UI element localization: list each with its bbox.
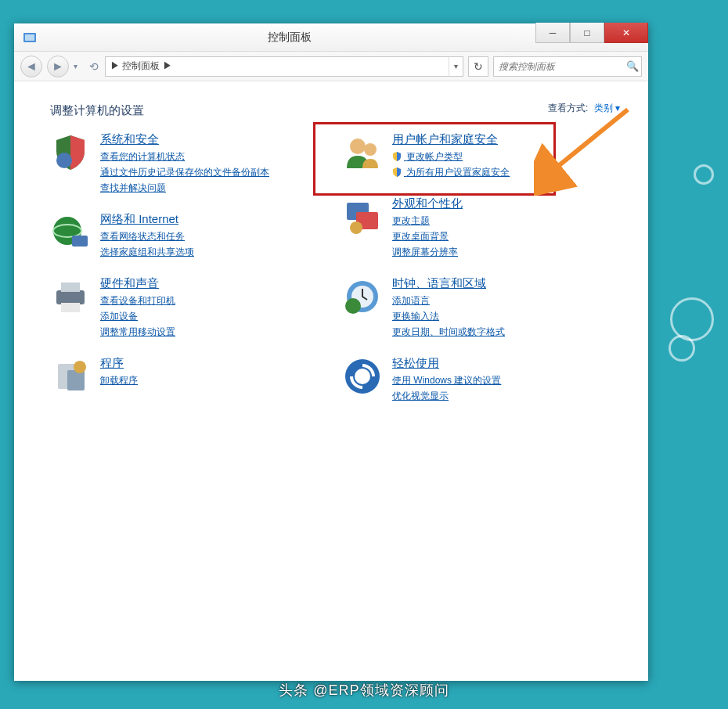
category-system-security: 系统和安全 查看您的计算机状态 通过文件历史记录保存你的文件备份副本 查找并解决… bbox=[50, 132, 334, 195]
category-link[interactable]: 为所有用户设置家庭安全 bbox=[392, 166, 510, 179]
category-link[interactable]: 调整常用移动设置 bbox=[100, 326, 175, 339]
category-link[interactable]: 更改日期、时间或数字格式 bbox=[392, 326, 505, 339]
category-link[interactable]: 更换输入法 bbox=[392, 310, 505, 323]
svg-point-16 bbox=[350, 221, 362, 234]
svg-rect-10 bbox=[67, 370, 85, 390]
search-box[interactable]: 🔍 bbox=[493, 56, 642, 77]
address-bar-row: ◄ ► ▾ ⟲ ▶ 控制面板 ▶ ▾ ↻ 🔍 bbox=[14, 52, 648, 81]
address-dropdown-icon[interactable]: ▾ bbox=[449, 57, 463, 76]
category-user-accounts: 用户帐户和家庭安全 更改帐户类型 为所有用户设置家庭安全 bbox=[342, 132, 626, 179]
close-button[interactable]: ✕ bbox=[604, 23, 648, 43]
svg-rect-7 bbox=[61, 283, 80, 292]
desktop-bubble bbox=[694, 164, 714, 185]
uac-shield-icon bbox=[392, 167, 402, 177]
category-link[interactable]: 使用 Windows 建议的设置 bbox=[392, 374, 501, 387]
category-clock-language-region: 时钟、语言和区域 添加语言 更换输入法 更改日期、时间或数字格式 bbox=[342, 276, 626, 339]
history-dropdown[interactable]: ▾ bbox=[74, 62, 85, 70]
svg-rect-6 bbox=[56, 290, 85, 304]
category-link[interactable]: 调整屏幕分辨率 bbox=[392, 246, 463, 259]
titlebar: 控制面板 ─ □ ✕ bbox=[14, 23, 648, 52]
category-title[interactable]: 程序 bbox=[100, 356, 138, 371]
window-title: 控制面板 bbox=[44, 31, 535, 45]
desktop-bubble bbox=[669, 335, 695, 362]
breadcrumb[interactable]: ▶ 控制面板 ▶ bbox=[106, 59, 177, 73]
ease-of-access-icon bbox=[342, 356, 383, 397]
category-title[interactable]: 外观和个性化 bbox=[392, 196, 463, 211]
watermark-text: 头条 @ERP领域资深顾问 bbox=[0, 681, 728, 700]
search-input[interactable] bbox=[494, 61, 622, 72]
back-button[interactable]: ◄ bbox=[20, 56, 42, 77]
category-link[interactable]: 添加语言 bbox=[392, 294, 505, 308]
category-ease-of-access: 轻松使用 使用 Windows 建议的设置 优化视觉显示 bbox=[342, 356, 626, 403]
category-link[interactable]: 更改桌面背景 bbox=[392, 230, 463, 243]
view-by-row: 查看方式: 类别 ▾ bbox=[548, 102, 620, 115]
shield-security-icon bbox=[50, 132, 91, 173]
category-hardware-sound: 硬件和声音 查看设备和打印机 添加设备 调整常用移动设置 bbox=[50, 276, 334, 339]
svg-rect-8 bbox=[61, 303, 80, 312]
category-link[interactable]: 优化视觉显示 bbox=[392, 390, 501, 403]
category-network-internet: 网络和 Internet 查看网络状态和任务 选择家庭组和共享选项 bbox=[50, 212, 334, 259]
user-accounts-icon bbox=[342, 132, 383, 173]
desktop-bubble bbox=[670, 297, 714, 341]
category-link[interactable]: 查看您的计算机状态 bbox=[100, 150, 269, 164]
right-column: 用户帐户和家庭安全 更改帐户类型 为所有用户设置家庭安全 bbox=[342, 132, 626, 403]
minimize-button[interactable]: ─ bbox=[535, 23, 570, 43]
control-panel-window: 控制面板 ─ □ ✕ ◄ ► ▾ ⟲ ▶ 控制面板 ▶ ▾ ↻ 🔍 调整计算机的… bbox=[14, 23, 648, 681]
category-link[interactable]: 卸载程序 bbox=[100, 374, 138, 387]
category-link[interactable]: 选择家庭组和共享选项 bbox=[100, 246, 194, 259]
svg-rect-5 bbox=[72, 236, 88, 247]
forward-button[interactable]: ► bbox=[47, 56, 69, 77]
category-link[interactable]: 更改帐户类型 bbox=[392, 150, 510, 164]
svg-point-19 bbox=[345, 298, 361, 314]
category-title[interactable]: 硬件和声音 bbox=[100, 276, 175, 291]
category-programs: 程序 卸载程序 bbox=[50, 356, 334, 397]
svg-point-2 bbox=[56, 153, 72, 168]
programs-box-icon bbox=[50, 356, 91, 397]
address-bar[interactable]: ▶ 控制面板 ▶ ▾ bbox=[105, 56, 463, 77]
category-title[interactable]: 轻松使用 bbox=[392, 356, 501, 371]
category-link[interactable]: 添加设备 bbox=[100, 310, 175, 323]
category-title[interactable]: 时钟、语言和区域 bbox=[392, 276, 505, 291]
category-link[interactable]: 查看网络状态和任务 bbox=[100, 230, 194, 243]
category-link[interactable]: 通过文件历史记录保存你的文件备份副本 bbox=[100, 166, 269, 179]
content-area: 调整计算机的设置 查看方式: 类别 ▾ 系统和安全 查看您的计算机状态 通过文件… bbox=[14, 81, 648, 681]
view-by-value[interactable]: 类别 ▾ bbox=[594, 103, 620, 113]
svg-point-21 bbox=[355, 369, 370, 384]
clock-globe-icon bbox=[342, 276, 383, 317]
svg-rect-1 bbox=[25, 34, 34, 41]
page-title: 调整计算机的设置 bbox=[50, 103, 626, 118]
appearance-icon bbox=[342, 196, 383, 237]
category-link[interactable]: 查找并解决问题 bbox=[100, 182, 269, 195]
svg-point-13 bbox=[364, 143, 377, 156]
category-link[interactable]: 查看设备和打印机 bbox=[100, 294, 175, 308]
category-title[interactable]: 网络和 Internet bbox=[100, 212, 194, 227]
left-column: 系统和安全 查看您的计算机状态 通过文件历史记录保存你的文件备份副本 查找并解决… bbox=[50, 132, 334, 403]
uac-shield-icon bbox=[392, 152, 402, 161]
svg-point-12 bbox=[350, 139, 366, 154]
svg-point-11 bbox=[74, 361, 86, 373]
refresh-button[interactable]: ↻ bbox=[468, 56, 488, 77]
category-title[interactable]: 用户帐户和家庭安全 bbox=[392, 132, 510, 147]
printer-hardware-icon bbox=[50, 276, 91, 317]
category-appearance: 外观和个性化 更改主题 更改桌面背景 调整屏幕分辨率 bbox=[342, 196, 626, 259]
app-icon bbox=[20, 28, 39, 47]
maximize-button[interactable]: □ bbox=[570, 23, 604, 43]
category-link[interactable]: 更改主题 bbox=[392, 214, 463, 228]
view-by-label: 查看方式: bbox=[548, 103, 588, 113]
category-title[interactable]: 系统和安全 bbox=[100, 132, 269, 147]
globe-network-icon bbox=[50, 212, 91, 253]
up-button[interactable]: ⟲ bbox=[89, 60, 100, 73]
search-icon[interactable]: 🔍 bbox=[622, 60, 643, 72]
